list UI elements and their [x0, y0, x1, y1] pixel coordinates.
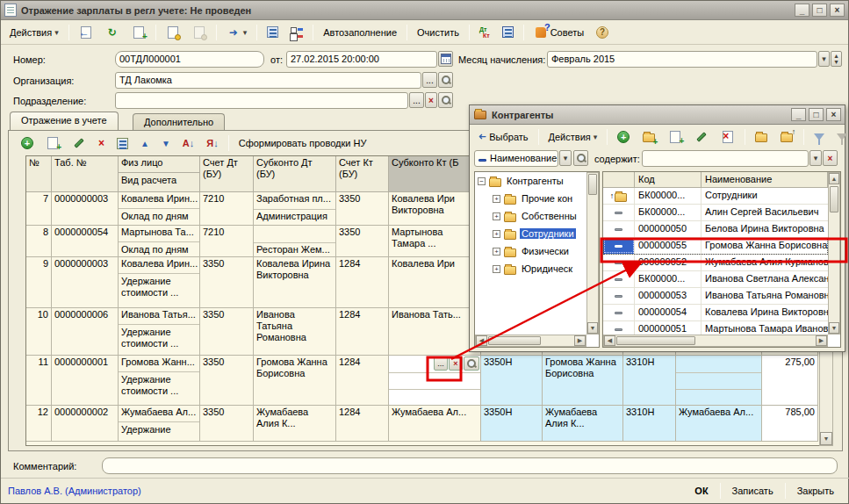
row-12-num[interactable]: 12: [26, 406, 52, 442]
row-12-dt[interactable]: 3350: [200, 406, 254, 442]
row-12-kt[interactable]: 1284: [336, 406, 389, 442]
row-9-tab[interactable]: 0000000003: [52, 257, 119, 308]
row-11-sub_kt[interactable]: ...×: [389, 356, 481, 406]
scroll-down-icon[interactable]: ▼: [587, 322, 598, 334]
popup-edit-button[interactable]: [689, 127, 714, 147]
dept-search-button[interactable]: [438, 92, 453, 108]
filter-field-input[interactable]: Наименование: [474, 150, 558, 167]
filter-by-value-button[interactable]: [831, 131, 849, 143]
row-up-button[interactable]: ▲: [135, 136, 155, 151]
row-10-person[interactable]: Иванова Татья...Удержание стоимости ...: [119, 308, 200, 356]
row-11-ktn[interactable]: 3310Н: [623, 356, 676, 406]
save-button[interactable]: Записать: [723, 484, 782, 498]
popup-delete-button[interactable]: ×: [716, 127, 740, 147]
dept-clear-button[interactable]: ×: [425, 92, 437, 108]
row-8-tab[interactable]: 0000000054: [52, 226, 119, 257]
row-8-person[interactable]: Мартынова Та...Оклад по дням: [119, 226, 200, 257]
row-12-sub_ktn[interactable]: Жумабаева Ал...: [676, 406, 762, 442]
subconto-lookup-button[interactable]: ...: [434, 356, 448, 371]
row-11-dtn[interactable]: 3350Н: [481, 356, 543, 406]
list-item-Алин Сергей Васильевич[interactable]: БК00000...Алин Сергей Васильевич: [603, 205, 828, 221]
row-8-num[interactable]: 8: [26, 226, 52, 257]
tree-hscrollbar[interactable]: ◀ ▶: [475, 335, 586, 347]
comment-input[interactable]: [102, 457, 838, 474]
list-settings-button[interactable]: [285, 24, 308, 41]
row-12-sum[interactable]: 785,00: [762, 406, 818, 442]
filter-setup-button[interactable]: [809, 131, 830, 143]
row-11-tab[interactable]: 0000000001: [52, 356, 119, 406]
calendar-button[interactable]: [438, 51, 453, 67]
month-input[interactable]: Февраль 2015: [547, 51, 817, 68]
row-9-person[interactable]: Ковалева Ирин...Удержание стоимости ...: [119, 257, 200, 308]
tab-reflection[interactable]: Отражение в учете: [10, 112, 119, 130]
autofill-button[interactable]: Автозаполнение: [318, 25, 402, 40]
column-header-sub_dt[interactable]: Субконто Дт (БУ): [254, 156, 336, 192]
filter-search-button[interactable]: [573, 150, 588, 166]
scroll-left-icon[interactable]: ◀: [604, 335, 615, 346]
tree-item-Физически[interactable]: +Физически: [475, 242, 586, 260]
row-8-sub_dt[interactable]: Ресторан Жем...: [254, 226, 336, 257]
row-8-kt[interactable]: 3350: [336, 226, 389, 257]
row-12-sub_dt[interactable]: Жумабаева Алия К...: [254, 406, 336, 442]
code-column-header[interactable]: Код: [635, 172, 702, 188]
row-delete-button[interactable]: ×: [93, 134, 110, 152]
row-11-dt[interactable]: 3350: [200, 356, 254, 406]
row-12-sub_kt[interactable]: Жумабаева Ал...: [389, 406, 481, 442]
row-11-kt[interactable]: 1284: [336, 356, 389, 406]
contains-input[interactable]: [642, 150, 809, 167]
tree-item-Юридическ[interactable]: +Юридическ: [475, 260, 586, 277]
scroll-left-icon[interactable]: ◀: [476, 335, 487, 346]
list-item-Белова Ирина Викторовна[interactable]: 000000050Белова Ирина Викторовна: [603, 221, 828, 238]
popup-add-button[interactable]: +: [612, 128, 635, 146]
row-10-sub_dt[interactable]: Иванова Татьяна Романовна: [254, 308, 336, 356]
ok-button[interactable]: ОК: [686, 484, 716, 498]
row-7-sub_kt[interactable]: Ковалева Ири Викторовна: [389, 192, 481, 226]
dept-input[interactable]: [115, 92, 408, 109]
popup-minimize-button[interactable]: _: [791, 108, 806, 121]
row-8-sub_kt[interactable]: Мартынова Тамара ...: [389, 226, 481, 257]
row-7-kt[interactable]: 3350: [336, 192, 389, 226]
scroll-right-icon[interactable]: ▶: [816, 335, 827, 346]
row-7-num[interactable]: 7: [26, 192, 52, 226]
filter-field-dropdown[interactable]: ▾: [559, 150, 572, 166]
row-9-sub_dt[interactable]: Ковалева Ирина Викторовна: [254, 257, 336, 308]
clear-button[interactable]: Очистить: [412, 25, 464, 40]
scroll-up-icon[interactable]: ▲: [829, 173, 839, 184]
copy-add-button[interactable]: +: [126, 23, 151, 42]
tree-item-Прочие кон[interactable]: +Прочие кон: [475, 190, 586, 207]
number-input[interactable]: 00ТДЛ000001: [115, 51, 264, 68]
row-7-person[interactable]: Ковалева Ирин...Оклад по дням: [119, 192, 200, 226]
minimize-button[interactable]: _: [795, 4, 809, 17]
row-10-num[interactable]: 10: [26, 308, 52, 356]
row-7-tab[interactable]: 0000000003: [52, 192, 119, 226]
select-button[interactable]: ➜Выбрать: [473, 128, 534, 145]
org-lookup-button[interactable]: ...: [422, 72, 437, 88]
row-add-button[interactable]: +: [16, 134, 39, 152]
tree-item-Контрагенты[interactable]: −Контрагенты: [475, 172, 586, 190]
popup-maximize-button[interactable]: □: [809, 108, 824, 121]
list-item-Громова Жанна Борисовна[interactable]: 000000055Громова Жанна Борисовна: [603, 238, 828, 255]
collapse-icon[interactable]: −: [478, 177, 486, 185]
contains-dropdown[interactable]: ▾: [809, 150, 822, 166]
reread-button[interactable]: ←: [74, 23, 98, 42]
maximize-button[interactable]: □: [812, 4, 827, 17]
move-to-group-button[interactable]: ↑: [774, 127, 799, 147]
column-header-kt[interactable]: Счет Кт (БУ): [336, 156, 389, 192]
dtkt-button[interactable]: ДтКт: [474, 24, 495, 41]
row-10-kt[interactable]: 1284: [336, 308, 389, 356]
hierarchy-view-button[interactable]: [750, 128, 773, 145]
tree-item-Сотрудники[interactable]: +Сотрудники: [475, 225, 586, 242]
column-header-dt[interactable]: Счет Дт (БУ): [200, 156, 254, 192]
sort-desc-button[interactable]: Я↓: [201, 135, 223, 151]
expand-icon[interactable]: +: [493, 195, 500, 203]
row-11-num[interactable]: 11: [26, 356, 52, 406]
dept-lookup-button[interactable]: ...: [409, 92, 424, 108]
row-7-dt[interactable]: 7210: [200, 192, 254, 226]
list-item-Ковалева Ирина Викторовна[interactable]: 000000054Ковалева Ирина Викторовна: [603, 305, 828, 321]
popup-actions-button[interactable]: Действия▾: [543, 129, 603, 145]
row-7-sub_dt[interactable]: Заработная пл...Администрация: [254, 192, 336, 226]
row-11-sum[interactable]: 275,00: [762, 356, 818, 406]
expand-icon[interactable]: +: [493, 265, 500, 273]
row-12-dtn[interactable]: 3350Н: [481, 406, 543, 442]
month-spinner[interactable]: ▴▾: [831, 51, 842, 67]
